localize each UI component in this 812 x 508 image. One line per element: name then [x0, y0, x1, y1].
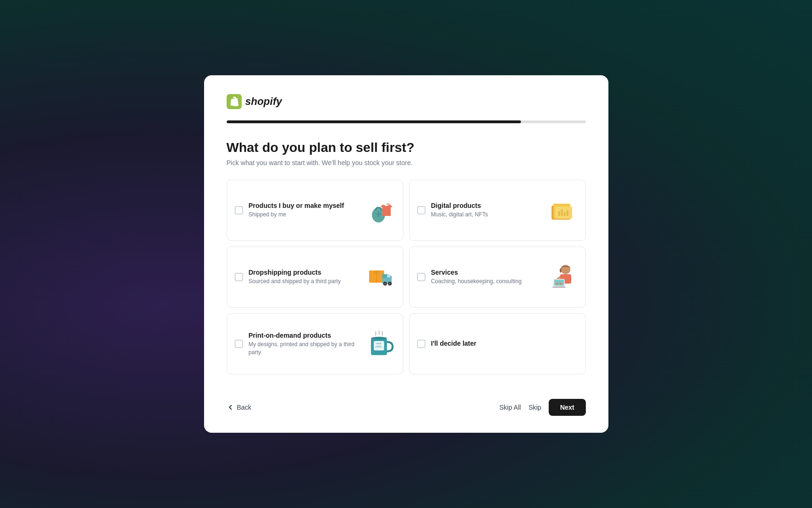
progress-bar-fill	[227, 120, 521, 123]
svg-point-26	[556, 283, 559, 285]
checkbox-later[interactable]	[417, 340, 426, 348]
option-card-pod[interactable]: Print-on-demand products My designs, pri…	[227, 313, 403, 374]
back-button[interactable]: Back	[227, 400, 252, 415]
option-image-dropship	[365, 262, 395, 292]
option-desc-physical: Shipped by me	[249, 211, 360, 219]
option-image-pod: YOUR LOGO	[365, 329, 395, 359]
option-title-services: Services	[431, 269, 542, 276]
checkbox-dropship[interactable]	[235, 273, 243, 281]
svg-rect-14	[374, 270, 379, 274]
option-desc-services: Coaching, housekeeping, consulting	[431, 278, 542, 286]
option-title-dropship: Dropshipping products	[249, 269, 360, 276]
option-card-physical[interactable]: Products I buy or make myself Shipped by…	[227, 180, 403, 241]
option-card-later[interactable]: I'll decide later	[409, 313, 586, 374]
option-image-services	[548, 262, 578, 292]
svg-rect-10	[564, 212, 566, 216]
shopify-logo-icon	[227, 94, 242, 109]
options-grid: Products I buy or make myself Shipped by…	[227, 180, 586, 374]
svg-point-19	[389, 283, 391, 285]
svg-rect-8	[558, 211, 560, 216]
back-chevron-icon	[227, 404, 234, 411]
svg-text:LOGO: LOGO	[376, 345, 381, 348]
option-title-digital: Digital products	[431, 202, 542, 209]
option-card-services[interactable]: Services Coaching, housekeeping, consult…	[409, 246, 586, 308]
svg-rect-25	[552, 286, 566, 288]
checkbox-services[interactable]	[417, 273, 426, 281]
checkbox-physical[interactable]	[235, 206, 243, 214]
logo-area: shopify	[227, 94, 586, 109]
skip-button[interactable]: Skip	[528, 404, 541, 411]
svg-rect-11	[567, 210, 568, 216]
page-subtitle: Pick what you want to start with. We'll …	[227, 159, 586, 167]
svg-point-33	[371, 337, 387, 340]
checkbox-pod[interactable]	[235, 340, 243, 348]
option-title-later: I'll decide later	[431, 340, 578, 347]
option-desc-dropship: Sourced and shipped by a third party	[249, 278, 360, 286]
svg-rect-9	[561, 209, 563, 216]
svg-point-27	[560, 283, 562, 285]
option-card-digital[interactable]: Digital products Music, digital art, NFT…	[409, 180, 586, 241]
progress-bar-container	[227, 120, 586, 123]
option-image-digital	[548, 195, 578, 225]
option-card-dropship[interactable]: Dropshipping products Sourced and shippe…	[227, 246, 403, 308]
svg-rect-20	[387, 275, 391, 278]
svg-rect-24	[554, 280, 564, 286]
option-title-pod: Print-on-demand products	[249, 332, 360, 339]
option-desc-digital: Music, digital art, NFTs	[431, 211, 542, 219]
svg-text:YOUR: YOUR	[376, 342, 381, 345]
option-title-physical: Products I buy or make myself	[249, 202, 360, 209]
svg-point-17	[384, 283, 386, 285]
main-modal: shopify What do you plan to sell first? …	[204, 75, 608, 433]
page-title: What do you plan to sell first?	[227, 140, 586, 155]
footer-right: Skip All Skip Next	[499, 399, 586, 416]
option-image-physical	[365, 195, 395, 225]
footer: Back Skip All Skip Next	[227, 389, 586, 416]
next-button[interactable]: Next	[549, 399, 585, 416]
checkbox-digital[interactable]	[417, 206, 426, 214]
shopify-logo-text: shopify	[245, 95, 282, 108]
option-desc-pod: My designs, printed and shipped by a thi…	[249, 341, 360, 357]
skip-all-button[interactable]: Skip All	[499, 404, 521, 411]
